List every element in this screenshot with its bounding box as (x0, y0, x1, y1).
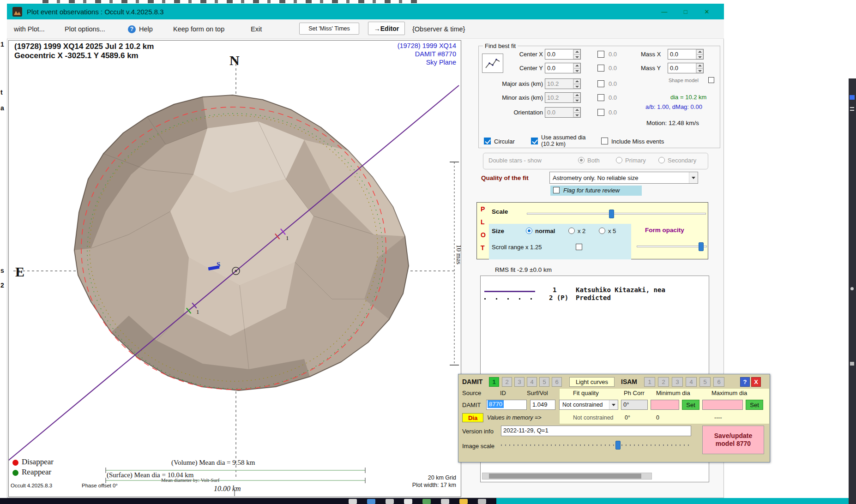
help-icon[interactable]: ? (128, 25, 136, 33)
size-x2-radio[interactable] (568, 228, 575, 234)
observation-1-number[interactable]: 1 (553, 286, 556, 294)
taskbar-icon[interactable] (422, 499, 431, 504)
orientation-checkbox[interactable] (597, 109, 604, 116)
menu-plot-options[interactable]: Plot options... (65, 19, 105, 39)
spin-down-icon[interactable] (573, 98, 580, 103)
include-miss-events-checkbox[interactable] (601, 138, 608, 144)
damit-model-2-button[interactable]: 2 (502, 377, 512, 387)
model-id-field[interactable]: 8770 (486, 400, 527, 410)
circular-checkbox[interactable] (484, 138, 491, 144)
size-x5-radio[interactable] (599, 228, 605, 234)
scrollbar-thumb[interactable] (489, 474, 641, 479)
close-button[interactable]: ✕ (696, 6, 717, 18)
light-curves-button[interactable]: Light curves (569, 377, 615, 387)
quality-of-fit-dropdown[interactable]: Astrometry only. No reliable size (549, 172, 698, 184)
double-stars-both-radio[interactable] (578, 157, 585, 163)
menu-with-plot[interactable]: with Plot... (14, 19, 45, 39)
menu-help[interactable]: Help (139, 19, 153, 39)
observations-hscrollbar[interactable] (482, 473, 652, 480)
center-y-spinner[interactable]: 0.0 (545, 63, 581, 73)
center-y-value[interactable]: 0.0 (545, 63, 573, 73)
menu-keep-form-on-top[interactable]: Keep form on top (173, 19, 224, 39)
menu-exit[interactable]: Exit (251, 19, 262, 39)
spin-down-icon[interactable] (696, 54, 703, 60)
isam-6-button[interactable]: 6 (713, 377, 724, 387)
center-x-spinner[interactable]: 0.0 (545, 49, 581, 60)
fit-quality-dropdown[interactable]: Not constrained (559, 400, 618, 410)
major-axis-checkbox[interactable] (597, 80, 604, 87)
image-scale-slider-track[interactable] (501, 444, 691, 446)
spin-up-icon[interactable] (573, 108, 580, 113)
spin-up-icon[interactable] (696, 49, 703, 54)
dropdown-arrow-icon[interactable] (609, 400, 618, 409)
orientation-spinner[interactable]: 0.0 (545, 107, 581, 118)
set-maximum-button[interactable]: Set (746, 400, 763, 410)
isam-5-button[interactable]: 5 (699, 377, 711, 387)
damit-model-6-button[interactable]: 6 (552, 377, 562, 387)
taskbar-icon[interactable] (367, 499, 375, 504)
mass-x-spinner[interactable]: 0.0 (668, 49, 704, 60)
scale-slider-thumb[interactable] (609, 210, 614, 218)
scale-slider-track[interactable] (527, 213, 706, 215)
observation-2-name[interactable]: Predicted (576, 294, 611, 301)
minimum-dia-field[interactable] (651, 400, 679, 410)
spin-up-icon[interactable] (696, 63, 703, 68)
taskbar-icon[interactable] (441, 499, 449, 504)
spin-down-icon[interactable] (696, 68, 703, 73)
save-update-model-button[interactable]: Save/update model 8770 (702, 426, 764, 454)
set-miss-times-button[interactable]: Set 'Miss' Times (299, 23, 359, 35)
center-x-value[interactable]: 0.0 (545, 49, 573, 59)
dia-button[interactable]: Dia (462, 413, 483, 422)
taskbar-icon[interactable] (386, 499, 394, 504)
dropdown-arrow-icon[interactable] (689, 172, 698, 183)
double-stars-primary-radio[interactable] (616, 157, 622, 163)
surfvol-field[interactable]: 1.049 (530, 400, 555, 410)
opacity-slider-track[interactable] (637, 246, 707, 247)
editor-button[interactable]: →Editor (368, 22, 405, 35)
damit-close-button[interactable]: X (751, 377, 761, 387)
spin-down-icon[interactable] (573, 84, 580, 89)
minor-axis-spinner[interactable]: 10.2 (545, 92, 581, 103)
observer-time-button[interactable]: {Observer & time} (412, 19, 465, 39)
spin-down-icon[interactable] (573, 113, 580, 118)
maximum-dia-field[interactable] (702, 400, 743, 410)
shape-model-checkbox[interactable] (708, 77, 714, 83)
minimize-button[interactable]: — (654, 6, 675, 18)
spin-down-icon[interactable] (573, 68, 580, 73)
damit-model-3-button[interactable]: 3 (514, 377, 524, 387)
spin-up-icon[interactable] (573, 93, 580, 98)
damit-help-button[interactable]: ? (740, 377, 750, 387)
version-info-field[interactable]: 2022-11-29, Q=1 (501, 426, 691, 436)
spin-down-icon[interactable] (573, 54, 580, 60)
sky-plane-plot[interactable]: (19728) 1999 XQ14 2025 Jul 2 10.2 km Geo… (8, 40, 461, 497)
taskbar-icon[interactable] (478, 499, 486, 504)
mass-y-spinner[interactable]: 0.0 (668, 63, 704, 73)
isam-3-button[interactable]: 3 (672, 377, 683, 387)
isam-2-button[interactable]: 2 (658, 377, 669, 387)
isam-1-button[interactable]: 1 (644, 377, 655, 387)
maximize-button[interactable]: □ (675, 6, 696, 18)
damit-model-4-button[interactable]: 4 (527, 377, 537, 387)
observation-1-name[interactable]: Katsuhiko Kitazaki, nea (576, 286, 665, 294)
ph-corr-field[interactable]: 0° (621, 400, 648, 410)
taskbar-icon[interactable] (459, 499, 468, 504)
damit-model-5-button[interactable]: 5 (539, 377, 549, 387)
minor-axis-checkbox[interactable] (597, 94, 604, 101)
observation-2-number[interactable]: 2 (P) (549, 294, 568, 301)
size-normal-radio[interactable] (526, 228, 532, 234)
mass-x-value[interactable]: 0.0 (668, 49, 696, 59)
mass-y-value[interactable]: 0.0 (668, 63, 696, 73)
spin-up-icon[interactable] (573, 63, 580, 68)
taskbar-icon[interactable] (404, 499, 412, 504)
spin-up-icon[interactable] (573, 79, 580, 84)
set-minimum-button[interactable]: Set (682, 400, 699, 410)
center-y-checkbox[interactable] (597, 65, 604, 72)
scroll-range-checkbox[interactable] (576, 244, 582, 250)
spin-up-icon[interactable] (573, 49, 580, 54)
image-scale-slider-thumb[interactable] (615, 441, 621, 450)
isam-4-button[interactable]: 4 (686, 377, 697, 387)
opacity-slider-thumb[interactable] (699, 242, 704, 251)
double-stars-secondary-radio[interactable] (658, 157, 665, 163)
center-x-checkbox[interactable] (597, 51, 604, 58)
taskbar-icon[interactable] (349, 499, 357, 504)
